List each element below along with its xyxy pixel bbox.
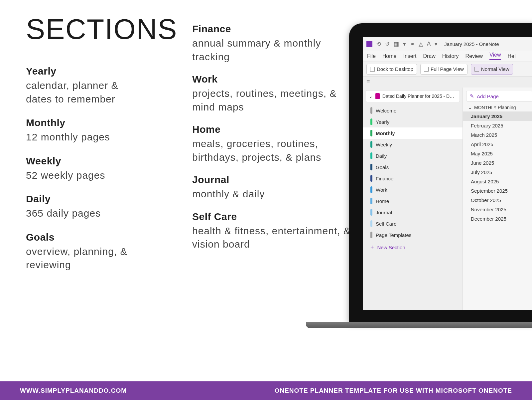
chevron-down-icon: ⌄	[468, 105, 472, 110]
undo-icon[interactable]: ↺	[385, 41, 390, 48]
section-monthly[interactable]: Monthly	[363, 127, 463, 139]
notebook-header[interactable]: ⌄ Dated Daily Planner for 2025 - DEMO...	[366, 90, 460, 102]
section-color-icon	[370, 118, 372, 125]
section-desc: 365 daily pages	[26, 207, 146, 220]
normal-label: Normal View	[481, 66, 509, 72]
page-group-header[interactable]: ⌄ MONTHLY Planning	[463, 103, 532, 111]
dock-to-desktop-button[interactable]: Dock to Desktop	[366, 64, 417, 75]
section-daily[interactable]: Daily	[363, 150, 463, 161]
section-block: Journalmonthly & daily	[192, 174, 352, 201]
section-goals[interactable]: Goals	[363, 161, 463, 173]
fullpage-icon	[424, 67, 429, 72]
highlight-icon[interactable]: ◬	[419, 41, 423, 48]
onenote-logo-icon	[366, 41, 372, 47]
notebook-column: ⌄ Dated Daily Planner for 2025 - DEMO...…	[363, 88, 463, 310]
page-november-2025[interactable]: November 2025	[463, 205, 532, 214]
add-page-label: Add Page	[477, 94, 499, 99]
page-april-2025[interactable]: April 2025	[463, 139, 532, 149]
add-page-button[interactable]: ✎ Add Page	[466, 91, 532, 101]
section-weekly[interactable]: Weekly	[363, 139, 463, 150]
page-december-2025[interactable]: December 2025	[463, 214, 532, 223]
add-page-icon: ✎	[470, 93, 474, 99]
page-february-2025[interactable]: February 2025	[463, 121, 532, 130]
section-color-icon	[370, 175, 372, 182]
onenote-body: ⌄ Dated Daily Planner for 2025 - DEMO...…	[363, 88, 532, 310]
section-label: Weekly	[376, 142, 392, 147]
section-label: Yearly	[376, 119, 389, 125]
section-page-templates[interactable]: Page Templates	[363, 229, 463, 241]
dropdown-icon[interactable]: ▾	[403, 41, 406, 48]
page-march-2025[interactable]: March 2025	[463, 130, 532, 139]
section-color-icon	[370, 232, 372, 238]
section-block: Daily365 daily pages	[26, 193, 146, 220]
section-desc: calendar, planner & dates to remember	[26, 79, 146, 106]
section-block: Yearlycalendar, planner & dates to remem…	[26, 66, 146, 106]
section-block: Goalsoverview, planning, & reviewing	[26, 232, 146, 272]
laptop-mock: ⟲ ↺ ▦ ▾ ⚭ ◬ A ▾ January 2025 - OneNote F…	[349, 23, 532, 323]
section-self-care[interactable]: Self Care	[363, 218, 463, 229]
section-label: Self Care	[376, 221, 397, 227]
menu-view[interactable]: View	[489, 52, 501, 60]
section-yearly[interactable]: Yearly	[363, 116, 463, 127]
menu-home[interactable]: Home	[382, 53, 397, 59]
section-desc: monthly & daily	[192, 187, 352, 201]
section-finance[interactable]: Finance	[363, 173, 463, 184]
page-group-label: MONTHLY Planning	[474, 105, 516, 110]
section-block: Weekly52 weekly pages	[26, 155, 146, 182]
footer-bar: WWW.SIMPLYPLANANDDO.COM ONENOTE PLANNER …	[0, 381, 532, 400]
link-icon[interactable]: ⚭	[410, 41, 415, 48]
hamburger-row: ≡	[363, 77, 532, 88]
onenote-menu: FileHomeInsertDrawHistoryReviewViewHel	[363, 51, 532, 62]
section-desc: health & fitness, entertainment, & visio…	[192, 224, 352, 251]
section-label: Page Templates	[376, 232, 411, 238]
font-color-icon[interactable]: A	[427, 41, 431, 47]
menu-review[interactable]: Review	[466, 53, 483, 59]
table-icon[interactable]: ▦	[394, 41, 399, 48]
page-july-2025[interactable]: July 2025	[463, 167, 532, 177]
menu-history[interactable]: History	[442, 53, 459, 59]
menu-hel[interactable]: Hel	[507, 53, 515, 59]
section-home[interactable]: Home	[363, 195, 463, 207]
hamburger-icon[interactable]: ≡	[366, 79, 370, 85]
back-icon[interactable]: ⟲	[376, 41, 381, 48]
menu-insert[interactable]: Insert	[403, 53, 416, 59]
section-color-icon	[370, 130, 372, 136]
section-desc: overview, planning, & reviewing	[26, 245, 146, 272]
section-color-icon	[370, 152, 372, 159]
section-desc: 12 monthly pages	[26, 130, 146, 144]
page-august-2025[interactable]: August 2025	[463, 177, 532, 186]
section-heading: Monthly	[26, 117, 146, 128]
section-color-icon	[370, 209, 372, 216]
onenote-window: ⟲ ↺ ▦ ▾ ⚭ ◬ A ▾ January 2025 - OneNote F…	[363, 37, 532, 310]
normal-view-button[interactable]: Normal View	[471, 64, 513, 75]
dock-label: Dock to Desktop	[377, 66, 413, 72]
full-page-view-button[interactable]: Full Page View	[420, 64, 467, 75]
section-journal[interactable]: Journal	[363, 207, 463, 218]
page-january-2025[interactable]: January 2025	[463, 111, 532, 121]
middle-column: Financeannual summary & monthly tracking…	[192, 23, 352, 261]
notebook-title: Dated Daily Planner for 2025 - DEMO...	[382, 94, 457, 99]
page-title: SECTIONS	[26, 13, 146, 46]
page-october-2025[interactable]: October 2025	[463, 195, 532, 205]
section-work[interactable]: Work	[363, 184, 463, 195]
section-color-icon	[370, 198, 372, 204]
menu-file[interactable]: File	[367, 53, 376, 59]
section-label: Daily	[376, 153, 387, 159]
section-desc: projects, routines, meetings, & mind map…	[192, 87, 352, 114]
plus-icon: +	[370, 244, 374, 251]
menu-draw[interactable]: Draw	[423, 53, 435, 59]
page-may-2025[interactable]: May 2025	[463, 149, 532, 158]
pages-column: ✎ Add Page ⌄ MONTHLY Planning January 20…	[463, 88, 532, 310]
chevron-down-icon: ⌄	[369, 94, 373, 99]
section-heading: Weekly	[26, 155, 146, 167]
dropdown2-icon[interactable]: ▾	[435, 41, 438, 48]
page-june-2025[interactable]: June 2025	[463, 158, 532, 167]
section-label: Goals	[376, 164, 389, 170]
onenote-ribbon: Dock to Desktop Full Page View Normal Vi…	[363, 62, 532, 77]
section-color-icon	[370, 220, 372, 227]
new-section-button[interactable]: + New Section	[363, 241, 463, 251]
section-color-icon	[370, 164, 372, 170]
section-welcome[interactable]: Welcome	[363, 105, 463, 116]
page-september-2025[interactable]: September 2025	[463, 186, 532, 195]
section-heading: Work	[192, 74, 352, 85]
